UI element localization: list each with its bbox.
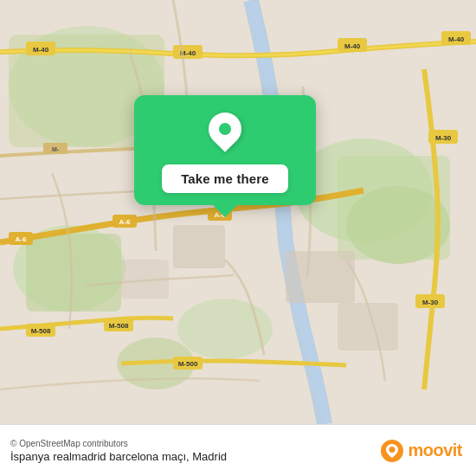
svg-rect-36 bbox=[286, 251, 355, 303]
svg-text:M-: M- bbox=[52, 146, 60, 152]
moovit-logo: moovit bbox=[380, 439, 462, 463]
svg-rect-39 bbox=[121, 260, 169, 299]
svg-text:M-508: M-508 bbox=[31, 327, 51, 335]
svg-text:M-40: M-40 bbox=[448, 35, 465, 43]
svg-point-41 bbox=[389, 447, 396, 453]
location-text: İspanya realmadrid barcelona maçı, Madri… bbox=[10, 450, 227, 463]
location-pin-icon bbox=[209, 113, 241, 154]
location-popup: Take me there bbox=[134, 95, 316, 205]
svg-rect-37 bbox=[173, 225, 225, 268]
bottom-bar: © OpenStreetMap contributors İspanya rea… bbox=[0, 424, 476, 476]
moovit-brand-name: moovit bbox=[408, 441, 462, 460]
svg-text:A-6: A-6 bbox=[119, 218, 131, 226]
svg-text:M-30: M-30 bbox=[422, 299, 439, 306]
svg-text:A-6: A-6 bbox=[16, 235, 27, 243]
moovit-icon bbox=[380, 439, 404, 463]
pin-head bbox=[202, 106, 248, 152]
svg-text:M-40: M-40 bbox=[33, 46, 49, 54]
svg-rect-38 bbox=[338, 303, 398, 351]
svg-text:M-40: M-40 bbox=[344, 42, 361, 50]
svg-text:M-508: M-508 bbox=[109, 322, 129, 330]
svg-rect-5 bbox=[26, 234, 121, 312]
map-container: M-40 M-40 M-40 M-40 M-30 M-30 A-6 A-6 A-… bbox=[0, 0, 476, 424]
map-background: M-40 M-40 M-40 M-40 M-30 M-30 A-6 A-6 A-… bbox=[0, 0, 476, 424]
location-icon-container bbox=[203, 111, 248, 156]
svg-text:M-30: M-30 bbox=[435, 134, 452, 142]
attribution-text: © OpenStreetMap contributors bbox=[10, 439, 227, 448]
svg-text:M-500: M-500 bbox=[178, 360, 198, 368]
bottom-info: © OpenStreetMap contributors İspanya rea… bbox=[10, 439, 227, 463]
take-me-there-button[interactable]: Take me there bbox=[162, 164, 288, 193]
